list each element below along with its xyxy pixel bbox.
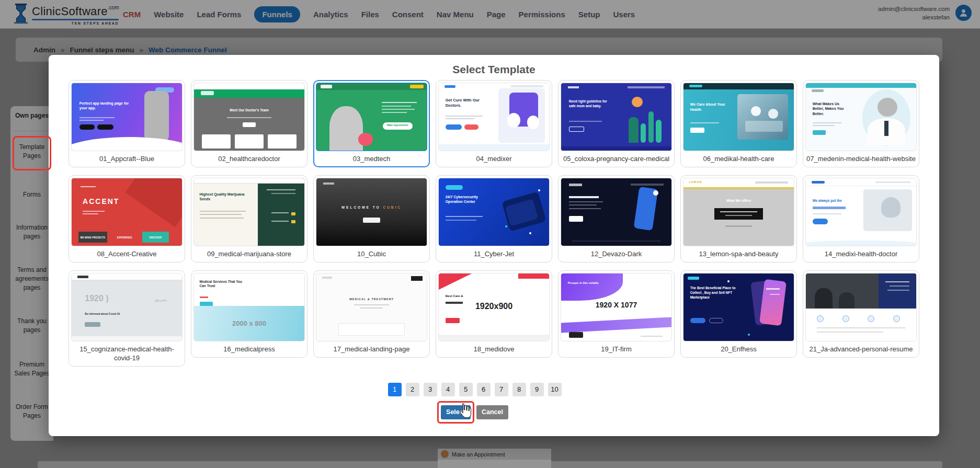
thumb-heading: Best Care & [446, 294, 483, 298]
template-card-15[interactable]: 1920 ) 820 x 670 Be informed about Covid… [69, 270, 185, 367]
template-name: 19_IT-firm [561, 341, 672, 355]
template-thumbnail: We always put the [805, 178, 917, 246]
template-card-11[interactable]: 24/7 Cybersecurity Operation Center 11_C… [436, 175, 552, 262]
page-button-3[interactable]: 3 [424, 383, 437, 396]
template-thumbnail: Medical Services That You Can Trust 2000… [193, 273, 305, 341]
template-thumbnail: Make Appointment [316, 83, 427, 151]
template-card-10[interactable]: WELCOME TO CUBIC 10_Cubic [313, 175, 430, 262]
template-card-08[interactable]: ACCENT WE MAKE PROJECTS EXPERIENCE DISCO… [69, 175, 185, 262]
template-card-05[interactable]: Need right guideline for safe mom and ba… [558, 80, 675, 167]
template-name: 06_medikal-health-care [683, 151, 794, 165]
template-card-16[interactable]: Medical Services That You Can Trust 2000… [191, 270, 307, 358]
template-name: 10_Cubic [316, 246, 427, 260]
page-button-9[interactable]: 9 [530, 383, 544, 396]
template-name: 09_medical-marijuana-store [193, 246, 305, 260]
thumb-heading: Be informed about Covid-19 [85, 312, 129, 316]
thumb-heading: Highest Quality Marijuana Seeds [200, 192, 250, 201]
thumb-heading: What Makes Us Better, Makes You Better. [813, 101, 849, 116]
thumb-watermark: 2000 x 800 [194, 319, 304, 327]
template-card-13[interactable]: LEMON What We offers 13_lemon-spa-and-be… [680, 175, 797, 262]
thumb-watermark: 1920 X 1077 [561, 301, 671, 309]
template-name: 03_medtech [316, 151, 427, 165]
thumb-heading: Perfect app landing page for your app. [79, 101, 130, 110]
template-name: 13_lemon-spa-and-beauty [683, 246, 794, 260]
template-thumbnail: 24/7 Cybersecurity Operation Center [438, 178, 550, 246]
template-thumbnail: The Best Beneficial Place to Collect , B… [683, 273, 794, 341]
template-name: 05_coloxa-pregnancy-care-medical [561, 151, 672, 165]
thumb-tag: DISCOVER [142, 236, 169, 239]
template-card-19[interactable]: Prosper in this volatile 1920 X 1077 19_… [558, 270, 675, 358]
select-template-modal: Select Template Perfect app landing page… [49, 55, 939, 436]
template-card-20[interactable]: The Best Beneficial Place to Collect , B… [680, 270, 797, 358]
thumb-size-label: 820 x 670 [155, 299, 167, 302]
template-name: 18_medidove [438, 341, 550, 355]
thumb-heading: Need right guideline for safe mom and ba… [569, 99, 611, 109]
thumb-heading: ACCENT [83, 197, 119, 206]
template-card-17[interactable]: MEDICAL & TREATMENT 17_medical-landing-p… [313, 270, 430, 358]
thumb-heading: Meet Our Doctor's Team [194, 108, 304, 112]
template-thumbnail: Highest Quality Marijuana Seeds [193, 178, 305, 246]
page-button-5[interactable]: 5 [459, 383, 473, 396]
thumb-watermark: 1920x900 [439, 302, 549, 311]
thumb-heading: MEDICAL & TREATMENT [316, 298, 427, 301]
template-name: 16_medicalpress [193, 341, 305, 355]
thumb-heading: Get Cure With Our Doctors. [446, 98, 489, 108]
modal-title: Select Template [49, 63, 939, 76]
template-thumbnail: What Makes Us Better, Makes You Better. [805, 83, 917, 151]
thumb-tag: EXPERIENCE [111, 236, 138, 239]
template-name: 14_medixi-health-doctor [805, 246, 917, 260]
template-name: 11_Cyber-Jet [438, 246, 550, 260]
template-thumbnail: Need right guideline for safe mom and ba… [561, 83, 672, 151]
cancel-button[interactable]: Cancel [476, 405, 508, 419]
template-card-12[interactable]: 12_Devazo-Dark [558, 175, 675, 262]
template-name: 21_Ja-advanced-personal-resume [805, 341, 917, 355]
template-card-14[interactable]: We always put the 14_medixi-health-docto… [803, 175, 919, 262]
template-thumbnail [805, 273, 917, 341]
template-grid: Perfect app landing page for your app. 0… [49, 80, 939, 367]
template-name: 15_cognizance-medical-health-covid-19 [71, 341, 183, 364]
thumb-heading: We always put the [813, 199, 857, 203]
page-button-4[interactable]: 4 [441, 383, 455, 396]
template-name: 04_medixer [438, 151, 550, 165]
template-name: 20_Enfhess [683, 341, 794, 355]
template-thumbnail [561, 178, 672, 246]
template-name: 08_Accent-Creative [71, 246, 183, 260]
template-thumbnail: We Care About Your Health [683, 83, 794, 151]
template-thumbnail: Meet Our Doctor's Team [193, 83, 305, 151]
template-card-02[interactable]: Meet Our Doctor's Team 02_healthcaredoct… [191, 80, 307, 167]
page-button-6[interactable]: 6 [477, 383, 491, 396]
template-card-18[interactable]: Best Care & 1920x900 18_medidove [436, 270, 552, 358]
template-thumbnail: Prosper in this volatile 1920 X 1077 [561, 273, 672, 341]
page-button-7[interactable]: 7 [495, 383, 508, 396]
thumb-heading: Medical Services That You Can Trust [200, 280, 246, 289]
template-card-07[interactable]: What Makes Us Better, Makes You Better. … [803, 80, 919, 167]
template-card-06[interactable]: We Care About Your Health 06_medikal-hea… [680, 80, 797, 167]
mouse-cursor-icon [458, 402, 473, 420]
template-thumbnail: MEDICAL & TREATMENT [316, 273, 427, 341]
page-button-8[interactable]: 8 [512, 383, 526, 396]
template-name: 07_medenin-medical-health-website [805, 151, 917, 165]
template-card-21[interactable]: 21_Ja-advanced-personal-resume [803, 270, 919, 358]
page-button-10[interactable]: 10 [548, 383, 562, 396]
template-thumbnail: Best Care & 1920x900 [438, 273, 550, 341]
thumb-tag: WE MAKE PROJECTS [78, 236, 107, 239]
template-card-09[interactable]: Highest Quality Marijuana Seeds 09_medic… [191, 175, 307, 262]
template-card-03-selected[interactable]: Make Appointment 03_medtech [313, 80, 430, 167]
template-name: 12_Devazo-Dark [561, 246, 672, 260]
page-button-2[interactable]: 2 [406, 383, 419, 396]
modal-footer-actions: Select Cancel [29, 405, 920, 419]
template-card-01[interactable]: Perfect app landing page for your app. 0… [69, 80, 185, 167]
pagination: 1 2 3 4 5 6 7 8 9 10 [29, 383, 920, 396]
template-name: 17_medical-landing-page [316, 341, 427, 355]
thumb-heading: What We offers [683, 199, 794, 202]
thumb-heading: Prosper in this volatile [568, 281, 606, 285]
thumb-heading: 24/7 Cybersecurity Operation Center [446, 195, 492, 204]
page-button-1[interactable]: 1 [388, 383, 402, 396]
thumb-heading: WELCOME TO CUBIC [316, 206, 427, 209]
thumb-heading: The Best Beneficial Place to Collect , B… [690, 286, 741, 300]
template-thumbnail: ACCENT WE MAKE PROJECTS EXPERIENCE DISCO… [71, 178, 183, 246]
template-card-04[interactable]: Get Cure With Our Doctors. 04_medixer [436, 80, 552, 167]
template-thumbnail: 1920 ) 820 x 670 Be informed about Covid… [71, 273, 183, 341]
template-thumbnail: LEMON What We offers [683, 178, 794, 246]
thumb-heading: We Care About Your Health [690, 102, 728, 112]
